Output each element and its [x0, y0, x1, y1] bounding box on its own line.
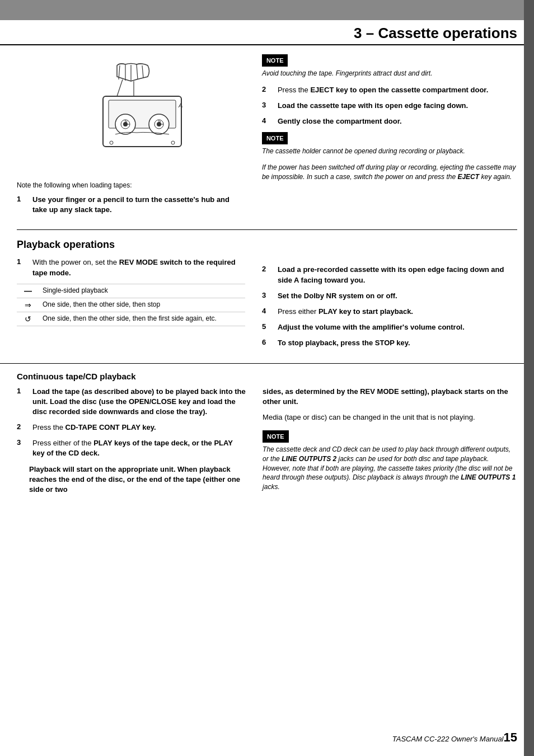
mode-icon-single: —: [17, 284, 39, 298]
step-number: 4: [262, 116, 274, 125]
note-2b-text: If the power has been switched off durin…: [262, 163, 517, 182]
svg-text:A: A: [178, 102, 182, 109]
step-text: Load a pre-recorded cassette with its op…: [278, 265, 517, 285]
step-text: Press the CD-TAPE CONT PLAY key.: [32, 422, 246, 433]
note-2-label: NOTE: [262, 132, 288, 144]
playback-right-step-5: 5 Adjust the volume with the amplifier's…: [262, 322, 517, 332]
step-text: Load the cassette tape with its open edg…: [278, 101, 517, 111]
continuous-right: sides, as determined by the REV MODE set…: [257, 387, 517, 499]
step-number: 5: [262, 322, 274, 331]
playback-right-step-2: 2 Load a pre-recorded cassette with its …: [262, 265, 517, 285]
right-step-4: 4 Gently close the compartment door.: [262, 116, 517, 126]
step-number: 2: [262, 265, 274, 273]
note-3-container: NOTE The cassette deck and CD deck can b…: [263, 430, 517, 492]
playback-right-step-4: 4 Press either PLAY key to start playbac…: [262, 307, 517, 317]
playback-step-1: 1 With the power on, set the REV MODE sw…: [17, 257, 245, 278]
top-content: A Note the following when loading tapes:…: [0, 45, 534, 229]
step-text: Press the EJECT key to open the cassette…: [278, 85, 517, 95]
continuous-heading: Continuous tape/CD playback: [17, 372, 517, 381]
playback-right-step-6: 6 To stop playback, press the STOP key.: [262, 338, 517, 348]
continuous-step-3: 3 Press either of the PLAY keys of the t…: [17, 438, 246, 458]
mode-row-onethen: ⇒ One side, then the other side, then st…: [17, 298, 245, 312]
continuous-step-2: 2 Press the CD-TAPE CONT PLAY key.: [17, 422, 246, 433]
title-bar: 3 – Cassette operations: [0, 20, 534, 45]
left-column: A Note the following when loading tapes:…: [0, 45, 256, 229]
step-number: 2: [17, 422, 29, 431]
cassette-illustration: A: [17, 54, 245, 173]
playback-heading: Playback operations: [17, 239, 245, 251]
step-text: Adjust the volume with the amplifier's v…: [278, 322, 517, 332]
mode-icon-onethen: ⇒: [17, 298, 39, 312]
step-number: 1: [17, 195, 29, 203]
note-1-container: NOTE Avoid touching the tape. Fingerprin…: [262, 54, 517, 78]
note-3-text: The cassette deck and CD deck can be use…: [263, 445, 517, 492]
step-number: 1: [17, 257, 29, 266]
continuous-step-1: 1 Load the tape (as described above) to …: [17, 387, 246, 417]
footer-text: TASCAM CC-222 Owner's Manual: [392, 735, 504, 743]
step-number: 6: [262, 338, 274, 346]
step-text: Load the tape (as described above) to be…: [32, 387, 246, 417]
mode-desc-single: Single-sided playback: [39, 284, 245, 298]
continuous-media-para: Media (tape or disc) can be changed in t…: [263, 412, 517, 422]
note-3-label: NOTE: [263, 430, 289, 443]
mode-desc-repeat: One side, then the other side, then the …: [39, 312, 245, 326]
playback-section: Playback operations 1 With the power on,…: [0, 230, 534, 363]
step-number: 3: [17, 438, 29, 447]
intro-note: Note the following when loading tapes:: [17, 181, 245, 189]
step-number: 3: [262, 101, 274, 109]
right-step-2: 2 Press the EJECT key to open the casset…: [262, 85, 517, 95]
left-step-1: 1 Use your finger or a pencil to turn th…: [17, 195, 245, 215]
step-number: 3: [262, 291, 274, 299]
note-2-container: NOTE The cassette holder cannot be opene…: [262, 132, 517, 156]
step-text: Set the Dolby NR system on or off.: [278, 291, 517, 301]
step-number: 4: [262, 307, 274, 315]
continuous-right-para: sides, as determined by the REV MODE set…: [263, 387, 517, 407]
sidebar-accent: [524, 0, 534, 756]
continuous-section: Continuous tape/CD playback 1 Load the t…: [0, 363, 534, 499]
page-footer: TASCAM CC-222 Owner's Manual15: [392, 730, 517, 745]
right-step-3: 3 Load the cassette tape with its open e…: [262, 101, 517, 111]
step-text: Use your finger or a pencil to turn the …: [32, 195, 245, 215]
mode-icon-repeat: ↺: [17, 312, 39, 326]
step-text: Gently close the compartment door.: [278, 116, 517, 126]
mode-desc-onethen: One side, then the other side, then stop: [39, 298, 245, 312]
mode-row-repeat: ↺ One side, then the other side, then th…: [17, 312, 245, 326]
step-number: 1: [17, 387, 29, 395]
step-text: With the power on, set the REV MODE swit…: [32, 257, 245, 278]
step-text: Press either PLAY key to start playback.: [278, 307, 517, 317]
playback-right-step-3: 3 Set the Dolby NR system on or off.: [262, 291, 517, 301]
step-text: Press either of the PLAY keys of the tap…: [32, 438, 246, 458]
step-text: To stop playback, press the STOP key.: [278, 338, 517, 348]
header-bar: [0, 0, 534, 20]
continuous-two-col: 1 Load the tape (as described above) to …: [17, 387, 517, 499]
note-2-text: The cassette holder cannot be opened dur…: [262, 147, 517, 156]
page-title: 3 – Cassette operations: [0, 25, 517, 42]
mode-row-single: — Single-sided playback: [17, 284, 245, 298]
page-number: 15: [504, 730, 517, 744]
playback-right: 2 Load a pre-recorded cassette with its …: [256, 230, 534, 363]
playback-left: Playback operations 1 With the power on,…: [0, 230, 256, 341]
note-1-text: Avoid touching the tape. Fingerprints at…: [262, 69, 517, 78]
cassette-svg: A: [69, 60, 193, 166]
mode-table: — Single-sided playback ⇒ One side, then…: [17, 284, 245, 326]
step-number: 2: [262, 85, 274, 93]
continuous-left: 1 Load the tape (as described above) to …: [17, 387, 257, 499]
right-column: NOTE Avoid touching the tape. Fingerprin…: [256, 45, 534, 229]
continuous-left-para: Playback will start on the appropriate u…: [29, 464, 246, 495]
note-1-label: NOTE: [262, 54, 288, 67]
